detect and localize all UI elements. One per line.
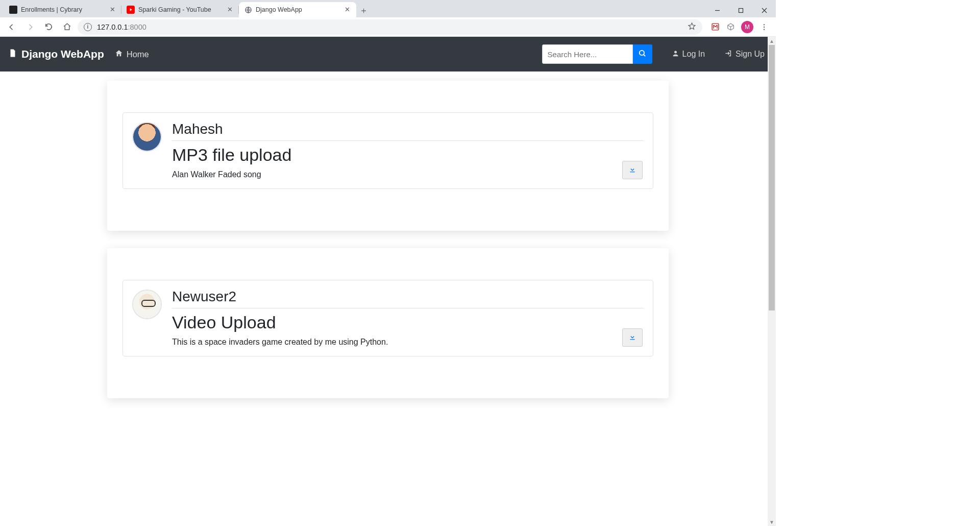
file-icon	[8, 47, 17, 61]
page-viewport: Django WebApp Home	[0, 37, 776, 526]
post: Newuser2 Video Upload This is a space in…	[122, 280, 653, 356]
cube-icon[interactable]	[726, 22, 735, 32]
scroll-up-icon[interactable]: ▲	[768, 37, 776, 45]
home-icon	[114, 49, 124, 60]
maximize-button[interactable]	[729, 3, 752, 17]
post-body: Mahesh MP3 file upload Alan Walker Faded…	[172, 121, 644, 179]
download-icon	[628, 165, 636, 175]
post-card: Mahesh MP3 file upload Alan Walker Faded…	[107, 81, 669, 231]
star-icon[interactable]	[688, 22, 696, 32]
address-bar: i 127.0.0.1:8000 M	[0, 17, 776, 37]
svg-rect-2	[739, 8, 743, 12]
search-button[interactable]	[633, 44, 652, 64]
post-author[interactable]: Mahesh	[172, 121, 644, 141]
post-title[interactable]: MP3 file upload	[172, 145, 644, 165]
site-navbar: Django WebApp Home	[0, 37, 776, 71]
minimize-button[interactable]	[705, 3, 729, 17]
scroll-down-icon[interactable]: ▼	[768, 518, 776, 526]
svg-point-8	[674, 51, 677, 53]
download-button[interactable]	[622, 328, 643, 347]
home-button[interactable]	[59, 19, 75, 35]
svg-point-5	[764, 26, 765, 27]
globe-favicon	[244, 6, 252, 14]
profile-avatar[interactable]: M	[741, 21, 753, 33]
svg-point-6	[764, 29, 765, 30]
cybrary-favicon	[9, 6, 17, 14]
search-form	[542, 44, 652, 64]
post-description: This is a space invaders game created by…	[172, 338, 644, 347]
post-title[interactable]: Video Upload	[172, 313, 644, 332]
tab-strip: Enrollments | Cybrary ✕ Sparki Gaming - …	[0, 0, 776, 17]
search-icon	[638, 49, 647, 59]
kebab-menu-icon[interactable]	[760, 22, 769, 32]
forward-button[interactable]	[22, 19, 38, 35]
avatar[interactable]	[132, 122, 162, 152]
signin-icon	[724, 50, 732, 59]
tab-title: Django WebApp	[256, 6, 340, 13]
close-icon[interactable]: ✕	[344, 6, 351, 14]
scrollbar[interactable]: ▲ ▼	[768, 37, 776, 526]
brand-text: Django WebApp	[21, 48, 104, 60]
post: Mahesh MP3 file upload Alan Walker Faded…	[122, 112, 653, 189]
window-controls	[705, 2, 776, 17]
tab-title: Enrollments | Cybrary	[21, 6, 105, 13]
svg-point-4	[764, 24, 765, 25]
back-button[interactable]	[4, 19, 19, 35]
url-text: 127.0.0.1:8000	[97, 23, 146, 31]
close-icon[interactable]: ✕	[109, 6, 116, 14]
reload-button[interactable]	[41, 19, 56, 35]
home-link[interactable]: Home	[114, 49, 149, 60]
avatar[interactable]	[132, 290, 162, 319]
close-icon[interactable]: ✕	[226, 6, 234, 14]
new-tab-button[interactable]: ＋	[356, 3, 371, 17]
login-label: Log In	[682, 50, 705, 59]
signup-label: Sign Up	[736, 50, 765, 59]
home-label: Home	[127, 50, 149, 59]
tab-2[interactable]: Sparki Gaming - YouTube ✕	[121, 2, 239, 17]
brand-link[interactable]: Django WebApp	[8, 47, 104, 61]
close-window-button[interactable]	[752, 3, 776, 17]
user-icon	[672, 50, 679, 59]
post-card: Newuser2 Video Upload This is a space in…	[107, 248, 669, 398]
extension-icons: M	[705, 21, 772, 33]
search-input[interactable]	[542, 44, 633, 64]
signup-link[interactable]: Sign Up	[724, 50, 765, 59]
login-link[interactable]: Log In	[672, 50, 705, 59]
page-scroll[interactable]: Django WebApp Home	[0, 37, 776, 526]
post-author[interactable]: Newuser2	[172, 289, 644, 308]
scrollbar-thumb[interactable]	[769, 45, 775, 310]
info-icon: i	[84, 23, 92, 31]
download-button[interactable]	[622, 161, 643, 179]
browser-window: Enrollments | Cybrary ✕ Sparki Gaming - …	[0, 0, 776, 526]
tab-3[interactable]: Django WebApp ✕	[239, 2, 356, 17]
download-icon	[628, 333, 636, 343]
post-body: Newuser2 Video Upload This is a space in…	[172, 289, 644, 347]
content: Mahesh MP3 file upload Alan Walker Faded…	[107, 71, 669, 518]
tab-1[interactable]: Enrollments | Cybrary ✕	[4, 2, 121, 17]
youtube-favicon	[127, 6, 135, 14]
tab-title: Sparki Gaming - YouTube	[138, 6, 223, 13]
post-description: Alan Walker Faded song	[172, 170, 644, 179]
mcafee-icon[interactable]	[710, 22, 720, 32]
svg-point-7	[640, 51, 644, 55]
url-input[interactable]: i 127.0.0.1:8000	[78, 19, 702, 35]
